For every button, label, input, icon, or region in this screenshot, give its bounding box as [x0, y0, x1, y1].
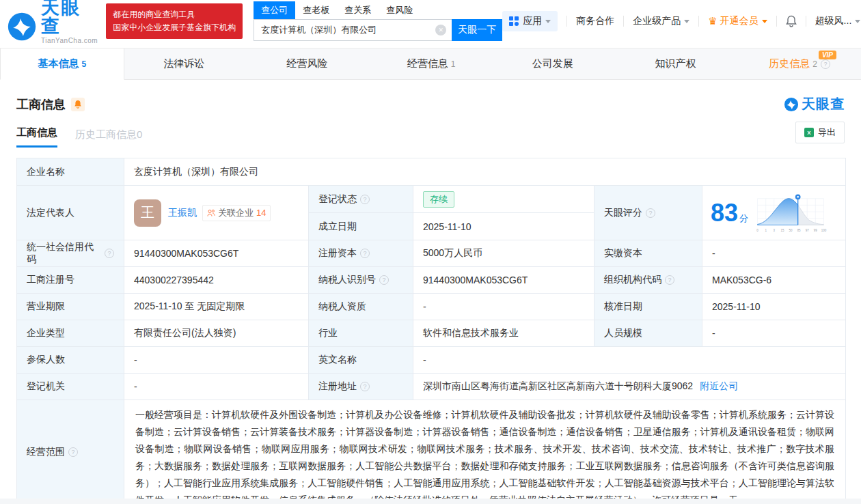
help-icon[interactable]: ? — [646, 208, 655, 218]
table-row: 参保人数 - 英文名称 - — [17, 347, 845, 374]
paid-capital-value: - — [702, 240, 845, 267]
legal-rep-link[interactable]: 王振凯 — [168, 207, 197, 219]
company-type-value: 有限责任公司(法人独资) — [124, 320, 309, 347]
people-icon — [207, 209, 215, 217]
help-icon[interactable]: ? — [360, 382, 370, 391]
subscribe-bell-icon[interactable] — [71, 98, 85, 111]
menu-super-risk[interactable]: 超级风... — [815, 15, 861, 27]
divider — [776, 16, 777, 27]
reg-number-value: 440300227395442 — [124, 267, 309, 294]
legal-rep-avatar[interactable]: 王 — [134, 199, 161, 227]
field-label: 纳税人识别号? — [309, 267, 413, 294]
org-code-value: MAK053CG-6 — [702, 267, 845, 294]
field-label: 登记机关 — [17, 374, 124, 400]
brand-slogan: 都在用的商业查询工具 国家中小企业发展子基金旗下机构 — [106, 3, 243, 38]
field-label: 营业期限 — [17, 294, 124, 320]
subtab-business-info[interactable]: 工商信息 — [16, 126, 57, 148]
table-row: 法定代表人 王 王振凯 关联企业 14 登记状态? 存续 — [17, 186, 845, 240]
field-label: 核准日期 — [594, 294, 702, 320]
est-date-value: 2025-11-10 — [413, 213, 594, 240]
help-icon[interactable]: ? — [360, 195, 370, 204]
help-icon[interactable]: ? — [360, 249, 370, 258]
business-scope-value: 一般经营项目是：计算机软硬件及外围设备制造；计算机及办公设备维修；计算机软硬件及… — [124, 400, 845, 504]
tianyancha-company-page: 天眼查 TianYanCha.com 都在用的商业查询工具 国家中小企业发展子基… — [0, 0, 861, 504]
company-name-value: 玄度计算机（深圳）有限公司 — [124, 158, 845, 186]
divider — [806, 16, 806, 27]
score-distribution-chart: 0 1 3 15 50 85 97 99 100 — [754, 192, 828, 234]
tab-operation-info[interactable]: 经营信息1 — [370, 48, 493, 79]
search-button[interactable]: 天眼一下 — [452, 19, 502, 41]
search-input[interactable] — [254, 19, 452, 41]
page-bottom-strip — [0, 499, 861, 504]
apps-menu[interactable]: 应用 — [502, 11, 558, 31]
tab-operation-risk[interactable]: 经营风险 — [247, 48, 370, 79]
table-row: 企业名称 玄度计算机（深圳）有限公司 — [17, 158, 845, 186]
field-label: 注册地址? — [309, 374, 413, 400]
svg-text:3: 3 — [774, 229, 776, 232]
insured-count-value: - — [124, 347, 309, 374]
help-icon[interactable]: ? — [821, 59, 830, 69]
menu-open-vip[interactable]: ♛ 开通会员 — [708, 15, 767, 27]
english-name-value: - — [413, 347, 845, 374]
related-companies-badge[interactable]: 关联企业 14 — [202, 205, 271, 221]
field-label: 企业类型 — [17, 320, 124, 347]
industry-value: 软件和信息技术服务业 — [413, 320, 594, 347]
notifications-bell-icon[interactable] — [786, 15, 797, 27]
tab-legal-proceedings[interactable]: 法律诉讼 — [124, 48, 247, 79]
business-term-value: 2025-11-10 至 无固定期限 — [124, 294, 309, 320]
tab-history-info[interactable]: VIP 历史信息2 ? — [738, 48, 861, 79]
tab-basic-info[interactable]: 基本信息5 — [0, 48, 124, 80]
subtab-history-business-info[interactable]: 历史工商信息0 — [75, 128, 142, 148]
section-header: 工商信息 天眼查 — [16, 95, 845, 113]
legal-rep-cell: 王 王振凯 关联企业 14 — [124, 186, 309, 240]
nearby-companies-link[interactable]: 附近公司 — [700, 380, 738, 393]
taxpayer-quality-value: - — [413, 294, 594, 320]
help-icon[interactable]: ? — [105, 249, 114, 258]
help-icon[interactable]: ? — [68, 447, 78, 457]
watermark-logo: 天眼查 — [784, 95, 845, 113]
tab-company-development[interactable]: 公司发展 — [493, 48, 616, 79]
search-tab-boss[interactable]: 查老板 — [295, 1, 337, 19]
svg-text:97: 97 — [806, 229, 809, 232]
score-unit: 分 — [739, 212, 748, 225]
help-icon[interactable]: ? — [379, 275, 389, 285]
search-tab-company[interactable]: 查公司 — [254, 1, 295, 19]
svg-text:99: 99 — [814, 229, 817, 232]
field-label: 组织机构代码? — [594, 267, 702, 294]
header-menu: 应用 商务合作 企业级产品 ♛ 开通会员 超级风... — [502, 11, 860, 31]
table-row: 登记机关 - 注册地址? 深圳市南山区粤海街道高新区社区高新南六道十号朗科大厦9… — [17, 374, 845, 400]
table-row: 工商注册号 440300227395442 纳税人识别号? 91440300MA… — [17, 267, 845, 294]
subtab-bar: 工商信息 历史工商信息0 X 导出 — [16, 127, 845, 148]
svg-text:100: 100 — [821, 229, 827, 232]
export-button[interactable]: X 导出 — [795, 122, 845, 143]
field-label: 天眼评分? — [594, 186, 702, 240]
field-label: 成立日期 — [309, 213, 413, 240]
field-label: 人员规模 — [594, 320, 702, 347]
help-icon[interactable]: ? — [665, 275, 674, 285]
vip-badge: VIP — [819, 51, 836, 59]
reg-address-value: 深圳市南山区粤海街道高新区社区高新南六道十号朗科大厦9062 — [423, 380, 693, 393]
menu-enterprise-products[interactable]: 企业级产品 — [633, 15, 689, 27]
menu-business-cooperation[interactable]: 商务合作 — [576, 15, 614, 27]
brand-domain: TianYanCha.com — [41, 38, 98, 44]
tianyancha-logo[interactable]: 天眼查 TianYanCha.com — [7, 0, 98, 44]
tab-intellectual-property[interactable]: 知识产权 — [616, 48, 739, 79]
field-label: 实缴资本 — [594, 240, 702, 267]
table-row: 营业期限 2025-11-10 至 无固定期限 纳税人资质 - 核准日期 202… — [17, 294, 845, 320]
brand-name: 天眼查 — [41, 0, 98, 36]
svg-text:0: 0 — [756, 229, 758, 232]
field-label: 参保人数 — [17, 347, 124, 374]
search-area: 查公司 查老板 查关系 查风险 ✕ 天眼一下 — [254, 1, 502, 41]
status-badge: 存续 — [423, 191, 454, 208]
svg-text:1: 1 — [765, 229, 767, 232]
section-title: 工商信息 — [16, 96, 66, 113]
field-label: 企业名称 — [17, 158, 124, 186]
reg-authority-value: - — [124, 374, 309, 400]
field-label: 法定代表人 — [17, 186, 124, 240]
search-tab-risk[interactable]: 查风险 — [379, 1, 420, 19]
company-nav-tabs: 基本信息5 法律诉讼 经营风险 经营信息1 公司发展 知识产权 VIP 历史信息… — [0, 48, 861, 80]
taxpayer-id-value: 91440300MAK053CG6T — [413, 267, 594, 294]
credit-code-value: 91440300MAK053CG6T — [124, 240, 309, 267]
search-tab-relation[interactable]: 查关系 — [337, 1, 379, 19]
reg-capital-value: 5000万人民币 — [413, 240, 594, 267]
